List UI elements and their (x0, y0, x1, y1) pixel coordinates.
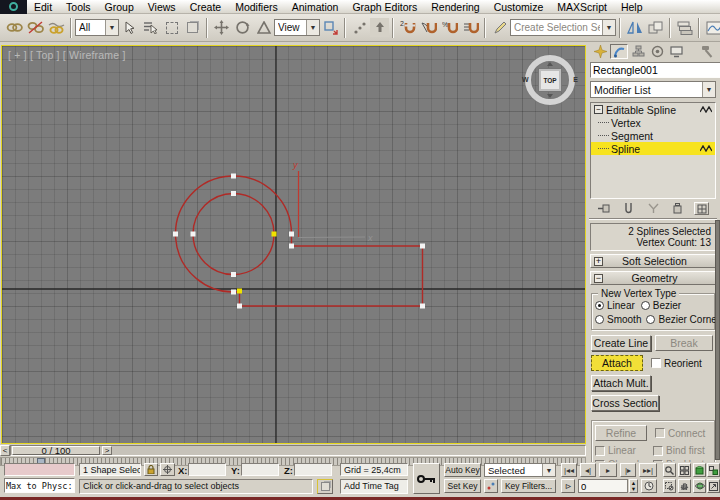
zoom-extents-all-icon[interactable] (707, 463, 720, 477)
checkbox-icon[interactable] (655, 428, 665, 438)
select-by-name-icon[interactable] (140, 17, 161, 38)
chevron-down-icon[interactable]: ▼ (105, 20, 118, 35)
menu-edit[interactable]: Edit (27, 1, 59, 13)
reorient-checkbox[interactable]: Reorient (651, 358, 702, 369)
go-to-end-icon[interactable]: ▸▸| (639, 463, 657, 477)
connect-checkbox[interactable]: Connect (655, 428, 705, 439)
bind-first-checkbox[interactable]: Bind first (653, 445, 705, 456)
curve-editor-icon[interactable] (703, 17, 720, 38)
time-back-button[interactable]: < (0, 445, 10, 456)
utilities-tab[interactable] (698, 44, 716, 59)
selection-filter-dropdown[interactable]: All▼ (75, 19, 119, 36)
stack-item-vertex[interactable]: Vertex (591, 116, 715, 129)
checkbox-icon[interactable] (595, 446, 605, 456)
z-coordinate-field[interactable] (294, 463, 332, 476)
key-filter-dropdown[interactable]: Selected▼ (484, 463, 556, 477)
next-frame-icon[interactable]: |▸ (620, 463, 636, 477)
go-to-start-icon[interactable]: |◂◂ (561, 463, 577, 477)
maxscript-mini-listener-macro[interactable] (4, 463, 75, 476)
zoom-icon[interactable] (663, 463, 676, 477)
radio-icon[interactable] (595, 315, 604, 324)
viewport-label[interactable]: [ + ] [ Top ] [ Wireframe ] (8, 49, 126, 61)
checkbox-icon[interactable] (595, 460, 605, 463)
configure-modifier-sets-icon[interactable] (694, 202, 709, 215)
zoom-region-icon[interactable] (663, 479, 676, 493)
linear-checkbox[interactable]: Linear (595, 445, 643, 456)
menu-views[interactable]: Views (141, 1, 183, 13)
break-button[interactable]: Break (655, 335, 713, 351)
attach-mult-button[interactable]: Attach Mult. (591, 375, 651, 391)
menu-animation[interactable]: Animation (285, 1, 346, 13)
geometry-rollout[interactable]: − Geometry (590, 271, 716, 285)
menu-customize[interactable]: Customize (487, 1, 551, 13)
maxscript-mini-listener[interactable]: Max to Physc: (4, 478, 75, 493)
checkbox-icon[interactable] (653, 460, 663, 463)
select-rotate-icon[interactable] (232, 17, 253, 38)
y-coordinate-field[interactable] (241, 463, 279, 476)
create-line-button[interactable]: Create Line (591, 335, 651, 351)
selection-lock-icon[interactable] (144, 463, 158, 476)
modify-tab[interactable] (610, 44, 628, 59)
frame-spinner[interactable]: ▲▼ (629, 479, 638, 493)
app-logo-icon[interactable] (0, 0, 27, 14)
viewcube-north-arrow-icon[interactable] (547, 62, 553, 66)
motion-tab[interactable] (648, 44, 666, 59)
radio-bezier[interactable]: Bezier (641, 300, 681, 311)
selection-region-icon[interactable] (161, 17, 182, 38)
chevron-down-icon[interactable]: ▼ (702, 82, 715, 97)
expand-icon[interactable]: + (594, 257, 603, 266)
modifier-list-dropdown[interactable]: Modifier List ▼ (590, 81, 716, 98)
first-vertex-markers[interactable] (237, 232, 277, 294)
stack-item-segment[interactable]: Segment (591, 129, 715, 142)
coord-system-dropdown[interactable]: View▼ (274, 19, 320, 36)
viewport-canvas[interactable]: y x (2, 46, 585, 443)
align-icon[interactable] (645, 17, 666, 38)
bind-to-spacewarp-icon[interactable] (46, 17, 67, 38)
viewcube-south-arrow-icon[interactable] (547, 94, 553, 98)
soft-selection-rollout[interactable]: + Soft Selection (590, 254, 716, 268)
select-scale-icon[interactable] (253, 17, 274, 38)
menu-graph-editors[interactable]: Graph Editors (345, 1, 424, 13)
snap-toggle-icon[interactable]: 2 (397, 17, 418, 38)
create-tab[interactable] (591, 44, 609, 59)
key-filters-button[interactable]: Key Filters... (501, 479, 556, 493)
current-frame-field[interactable] (578, 479, 628, 493)
previous-frame-icon[interactable]: ◂| (580, 463, 596, 477)
radio-icon[interactable] (646, 315, 655, 324)
object-name-field[interactable] (590, 62, 720, 78)
unlink-selection-icon[interactable] (25, 17, 46, 38)
menu-tools[interactable]: Tools (59, 1, 98, 13)
spline-inner-circle[interactable] (193, 194, 274, 275)
bind-last-checkbox[interactable]: Bind last (653, 459, 704, 462)
radio-smooth[interactable]: Smooth (595, 314, 641, 325)
gizmo-x-axis[interactable] (299, 237, 366, 238)
time-slider-track[interactable]: 0 / 100 > (10, 445, 586, 456)
keyboard-override-icon[interactable] (370, 18, 389, 37)
viewcube[interactable]: TOP W E (522, 52, 578, 108)
x-coordinate-field[interactable] (188, 463, 226, 476)
mirror-icon[interactable] (624, 17, 645, 38)
zoom-all-icon[interactable] (678, 463, 691, 477)
display-tab[interactable] (667, 44, 685, 59)
absolute-offset-toggle-icon[interactable] (160, 463, 175, 476)
add-time-tag[interactable]: Add Time Tag (340, 479, 408, 494)
stack-item-spline-selected[interactable]: Spline (591, 142, 715, 155)
spinner-snap-icon[interactable] (460, 17, 481, 38)
adaptive-degradation-icon[interactable] (317, 479, 333, 494)
hierarchy-tab[interactable] (629, 44, 647, 59)
collapse-icon[interactable]: − (594, 274, 603, 283)
show-end-result-icon[interactable] (621, 202, 636, 215)
auto-key-button[interactable]: Auto Key (444, 463, 481, 477)
play-animation-icon[interactable]: ▸ (599, 463, 617, 477)
named-selection-set-dropdown[interactable]: Create Selection Se▼ (510, 19, 616, 36)
radio-icon[interactable] (595, 301, 604, 310)
set-key-point-icon[interactable] (484, 479, 498, 493)
time-configuration-icon[interactable] (641, 479, 657, 493)
maximize-viewport-toggle-icon[interactable] (707, 479, 720, 493)
cross-section-button[interactable]: Cross Section (591, 395, 659, 411)
set-keys-icon[interactable] (413, 463, 440, 494)
viewcube-west-label[interactable]: W (522, 76, 529, 83)
viewport-top[interactable]: y x [ + ] [ Top ] [ Wireframe ] TOP W E (1, 45, 586, 444)
set-key-button[interactable]: Set Key (444, 479, 481, 493)
zoom-extents-icon[interactable] (693, 463, 706, 477)
